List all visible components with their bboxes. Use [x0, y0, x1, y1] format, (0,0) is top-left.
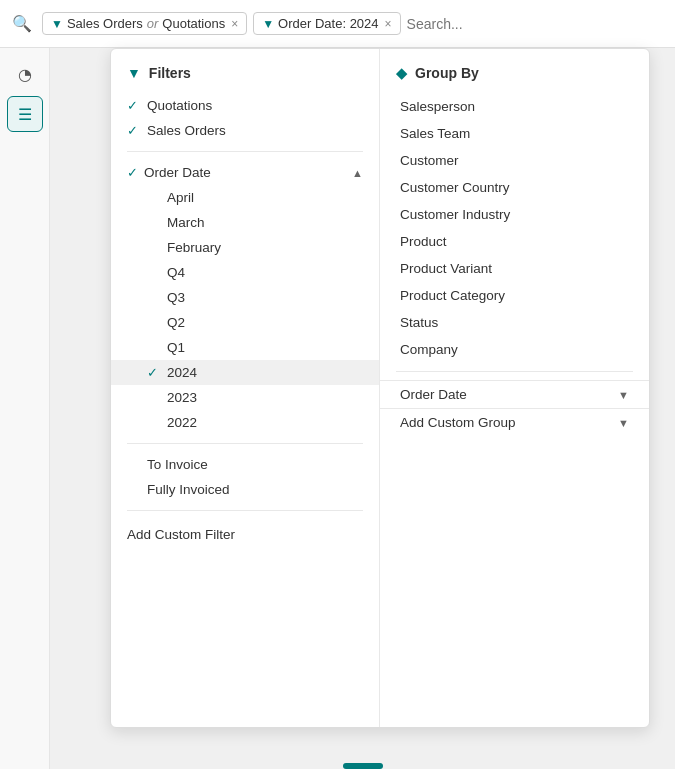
add-custom-group-label: Add Custom Group — [400, 415, 516, 430]
search-input[interactable] — [407, 16, 667, 32]
april-label: April — [167, 190, 194, 205]
groupby-customer-country-label: Customer Country — [400, 180, 510, 195]
divider-3 — [127, 510, 363, 511]
q1-label: Q1 — [167, 340, 185, 355]
groupby-customer-industry-label: Customer Industry — [400, 207, 510, 222]
main-content: ▼ Filters ✓ Quotations ✓ Sales Orders ✓ … — [50, 48, 675, 769]
divider-2 — [127, 443, 363, 444]
add-custom-group-arrow-icon: ▼ — [618, 417, 629, 429]
march-label: March — [167, 215, 205, 230]
april-subitem[interactable]: ✓ April — [111, 185, 379, 210]
pie-chart-icon: ◔ — [18, 65, 32, 84]
sidebar-icons: ◔ ☰ — [0, 48, 50, 769]
search-icon[interactable]: 🔍 — [8, 10, 36, 37]
year-2022-label: 2022 — [167, 415, 197, 430]
add-custom-filter-link[interactable]: Add Custom Filter — [111, 519, 379, 550]
divider-1 — [127, 151, 363, 152]
groupby-customer-country[interactable]: Customer Country — [380, 174, 649, 201]
list-view-icon-btn[interactable]: ☰ — [7, 96, 43, 132]
pie-chart-icon-btn[interactable]: ◔ — [7, 56, 43, 92]
filter-tag-label2: Quotations — [162, 16, 225, 31]
groupby-customer-label: Customer — [400, 153, 459, 168]
close-tag2-icon[interactable]: × — [385, 17, 392, 31]
fully-invoiced-filter[interactable]: ✓ Fully Invoiced — [111, 477, 379, 502]
year-2022-subitem[interactable]: ✓ 2022 — [111, 410, 379, 435]
year-2023-label: 2023 — [167, 390, 197, 405]
groupby-sales-team[interactable]: Sales Team — [380, 120, 649, 147]
groupby-company[interactable]: Company — [380, 336, 649, 363]
order-date-collapse-icon: ▲ — [352, 167, 363, 179]
groupby-customer[interactable]: Customer — [380, 147, 649, 174]
q2-label: Q2 — [167, 315, 185, 330]
groupby-product-category[interactable]: Product Category — [380, 282, 649, 309]
groupby-header-icon: ◆ — [396, 65, 407, 81]
groupby-column: ◆ Group By Salesperson Sales Team Custom… — [380, 49, 649, 727]
order-date-check-icon: ✓ — [127, 165, 138, 180]
quotations-filter[interactable]: ✓ Quotations — [111, 93, 379, 118]
q4-subitem[interactable]: ✓ Q4 — [111, 260, 379, 285]
close-tag1-icon[interactable]: × — [231, 17, 238, 31]
groupby-status-label: Status — [400, 315, 438, 330]
dropdown-panel: ▼ Filters ✓ Quotations ✓ Sales Orders ✓ … — [110, 48, 650, 728]
year-2023-subitem[interactable]: ✓ 2023 — [111, 385, 379, 410]
add-custom-group-dropdown[interactable]: Add Custom Group ▼ — [380, 408, 649, 436]
q1-subitem[interactable]: ✓ Q1 — [111, 335, 379, 360]
to-invoice-label: To Invoice — [147, 457, 208, 472]
quotations-check-icon: ✓ — [127, 98, 141, 113]
order-date-label: Order Date — [144, 165, 211, 180]
q3-subitem[interactable]: ✓ Q3 — [111, 285, 379, 310]
groupby-product-variant-label: Product Variant — [400, 261, 492, 276]
groupby-customer-industry[interactable]: Customer Industry — [380, 201, 649, 228]
groupby-company-label: Company — [400, 342, 458, 357]
q2-subitem[interactable]: ✓ Q2 — [111, 310, 379, 335]
groupby-product[interactable]: Product — [380, 228, 649, 255]
order-date-dropdown-arrow-icon: ▼ — [618, 389, 629, 401]
groupby-product-category-label: Product Category — [400, 288, 505, 303]
sales-orders-label: Sales Orders — [147, 123, 226, 138]
march-subitem[interactable]: ✓ March — [111, 210, 379, 235]
groupby-header: ◆ Group By — [380, 65, 649, 93]
filter-tag-label1: Sales Orders — [67, 16, 143, 31]
or-text: or — [147, 16, 159, 31]
order-date-dropdown-label: Order Date — [400, 387, 467, 402]
february-subitem[interactable]: ✓ February — [111, 235, 379, 260]
sales-orders-filter[interactable]: ✓ Sales Orders — [111, 118, 379, 143]
groupby-status[interactable]: Status — [380, 309, 649, 336]
add-custom-filter-label: Add Custom Filter — [127, 527, 235, 542]
search-bar: 🔍 ▼ Sales Orders or Quotations × ▼ Order… — [0, 0, 675, 48]
filter-tag-date-label: Order Date: 2024 — [278, 16, 378, 31]
filter-icon-1: ▼ — [51, 17, 63, 31]
fully-invoiced-label: Fully Invoiced — [147, 482, 230, 497]
filter-tag-date[interactable]: ▼ Order Date: 2024 × — [253, 12, 400, 35]
filters-title: Filters — [149, 65, 191, 81]
filter-icon-2: ▼ — [262, 17, 274, 31]
groupby-product-label: Product — [400, 234, 447, 249]
groupby-product-variant[interactable]: Product Variant — [380, 255, 649, 282]
groupby-title: Group By — [415, 65, 479, 81]
filters-column: ▼ Filters ✓ Quotations ✓ Sales Orders ✓ … — [111, 49, 380, 727]
groupby-divider-1 — [396, 371, 633, 372]
groupby-salesperson[interactable]: Salesperson — [380, 93, 649, 120]
groupby-salesperson-label: Salesperson — [400, 99, 475, 114]
year-2024-subitem[interactable]: ✓ 2024 — [111, 360, 379, 385]
filters-header: ▼ Filters — [111, 65, 379, 93]
view-area: ◔ ☰ ▼ Filters ✓ Quotations ✓ Sales Or — [0, 48, 675, 769]
q4-label: Q4 — [167, 265, 185, 280]
quotations-label: Quotations — [147, 98, 212, 113]
sales-orders-check-icon: ✓ — [127, 123, 141, 138]
year-2024-label: 2024 — [167, 365, 197, 380]
year-2024-check: ✓ — [147, 365, 161, 380]
to-invoice-filter[interactable]: ✓ To Invoice — [111, 452, 379, 477]
scroll-indicator — [343, 763, 383, 769]
order-date-filter[interactable]: ✓ Order Date ▲ — [111, 160, 379, 185]
order-date-dropdown[interactable]: Order Date ▼ — [380, 380, 649, 408]
february-label: February — [167, 240, 221, 255]
groupby-sales-team-label: Sales Team — [400, 126, 470, 141]
q3-label: Q3 — [167, 290, 185, 305]
filters-header-icon: ▼ — [127, 65, 141, 81]
list-view-icon: ☰ — [18, 105, 32, 124]
filter-tag-sales[interactable]: ▼ Sales Orders or Quotations × — [42, 12, 247, 35]
